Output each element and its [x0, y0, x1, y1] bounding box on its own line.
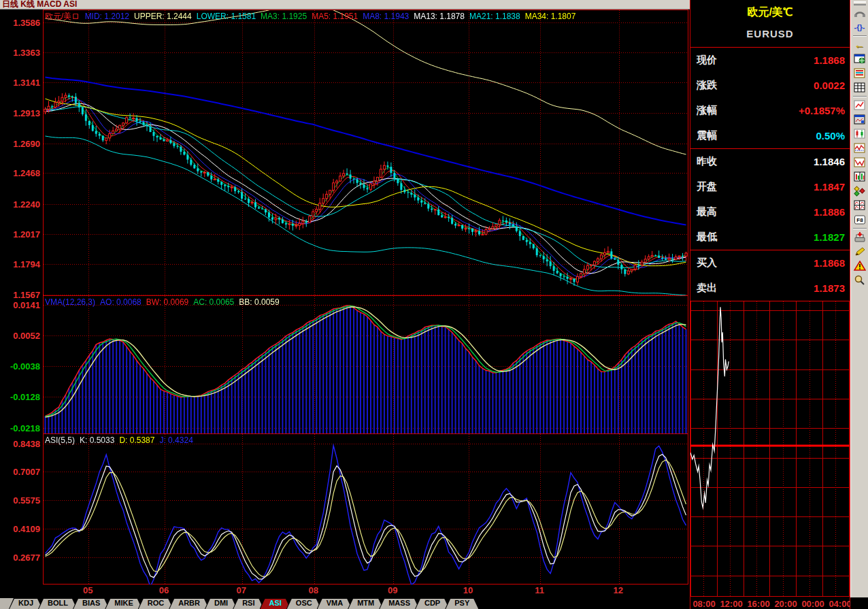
quote-row: 买入1.1868	[690, 250, 850, 276]
x-axis-month-label: 10	[458, 585, 478, 595]
quote-row: 开盘1.1847	[690, 174, 850, 199]
f8-key-icon[interactable]: F8	[852, 213, 868, 227]
warning-icon[interactable]	[852, 259, 868, 273]
quote-row-value: 1.1868	[814, 54, 845, 66]
quote-row-label: 买入	[697, 257, 717, 269]
legend-item: J: 0.4324	[159, 435, 193, 445]
legend-item: MA34: 1.1807	[525, 12, 576, 21]
tab-bias[interactable]: BIAS	[73, 598, 110, 609]
tick-time-label: 08:00	[689, 599, 719, 609]
legend-item: MA3: 1.1925	[261, 12, 307, 21]
y-tick-label: -0.0038	[1, 361, 40, 372]
y-tick-label: 0.0141	[1, 300, 40, 310]
candlestick-icon[interactable]	[852, 127, 868, 141]
tab-label: BOLL	[38, 598, 78, 608]
legend-item: K: 0.5033	[80, 435, 114, 445]
tab-arbr[interactable]: ARBR	[169, 598, 210, 609]
indicator-tab-bar: KDJBOLLBIASMIKEROCARBRDMIRSIASIOSCVMAMTM…	[0, 597, 690, 609]
column-table-icon[interactable]	[852, 170, 868, 184]
tick-time-label: 00:00	[798, 599, 828, 609]
panel-separator	[43, 433, 688, 434]
diamond-flow-icon[interactable]	[852, 184, 868, 198]
quote-row: 涨幅+0.1857%	[690, 98, 850, 123]
quote-row-label: 昨收	[697, 155, 717, 168]
tab-boll[interactable]: BOLL	[38, 598, 78, 609]
main-chart-legend: 欧元/美ロMID: 1.2012UPPER: 1.2444LOWER: 1.15…	[45, 11, 580, 22]
asi-legend: ASI(5,5)K: 0.5033D: 0.5387J: 0.4324	[45, 435, 198, 445]
grid-table-icon[interactable]	[852, 81, 868, 95]
quote-row-label: 现价	[697, 54, 717, 67]
y-tick-label: 1.2468	[1, 168, 40, 178]
legend-item: MA21: 1.1838	[469, 12, 520, 21]
x-axis-month-label: 08	[303, 585, 324, 595]
tick-time-label: 12:00	[716, 599, 746, 609]
main-candlestick-canvas[interactable]	[44, 10, 688, 295]
quote-row-label: 开盘	[697, 180, 717, 193]
magnifier-icon[interactable]	[852, 274, 868, 287]
multi-chart-grid-icon[interactable]	[852, 199, 868, 212]
trend-line-icon[interactable]	[852, 99, 868, 112]
tab-label: MASS	[379, 598, 420, 608]
toolbar-separator	[853, 96, 867, 97]
tab-label: PSY	[445, 598, 479, 608]
time-axis-months: 0506070809101112	[0, 585, 690, 597]
tab-label: MIKE	[105, 598, 143, 608]
quote-row-label: 涨跌	[697, 79, 717, 92]
legend-item: MA13: 1.1878	[414, 12, 465, 21]
quote-row: 卖出1.1873	[690, 276, 850, 301]
tab-label: BIAS	[73, 598, 110, 608]
tick-chart-time-axis: 08:0012:0016:0020:0000:0004:00	[690, 596, 850, 609]
chart-area: 1.35861.33631.31411.29131.26901.24681.22…	[0, 10, 690, 585]
tab-mass[interactable]: MASS	[379, 598, 420, 609]
quote-row: 震幅0.50%	[690, 123, 850, 148]
quote-row-value: 1.1886	[814, 206, 845, 218]
y-tick-label: 1.3141	[1, 78, 40, 88]
quote-row: 最低1.1827	[690, 225, 850, 250]
window-globe-icon[interactable]	[852, 52, 868, 66]
toolbar-grip[interactable]	[854, 1, 866, 5]
y-tick-label: 0.5575	[1, 495, 40, 506]
svg-text:F8: F8	[856, 217, 863, 223]
vma-legend: VMA(12,26,3)AO: 0.0068BW: 0.0069AC: 0.00…	[45, 297, 284, 307]
vma-indicator-canvas[interactable]	[44, 296, 688, 433]
quote-group: 买入1.1868卖出1.1873	[690, 250, 850, 301]
price-axis-gutter: 1.35861.33631.31411.29131.26901.24681.22…	[0, 10, 42, 585]
toolbar-separator	[853, 35, 867, 37]
quote-row-value: 1.1873	[814, 282, 845, 294]
quote-row-label: 最高	[697, 205, 717, 218]
legend-item: UPPER: 1.2444	[134, 12, 192, 21]
phone-icon[interactable]	[852, 6, 868, 20]
tab-mike[interactable]: MIKE	[105, 598, 143, 609]
legend-item: AC: 0.0065	[193, 297, 234, 307]
quote-group: 现价1.1868涨跌0.0022涨幅+0.1857%震幅0.50%	[690, 48, 850, 149]
x-axis-month-label: 06	[154, 585, 174, 595]
quote-row-value: +0.1857%	[799, 105, 845, 116]
chart-window-icon[interactable]	[852, 113, 868, 127]
area-chart-icon[interactable]	[852, 156, 868, 169]
tick-chart-canvas[interactable]	[690, 301, 850, 596]
quote-panel: 欧元/美℃ EURUSD 现价1.1868涨跌0.0022涨幅+0.1857%震…	[690, 0, 850, 609]
x-axis-month-label: 09	[382, 585, 403, 595]
legend-item: D: 0.5387	[119, 435, 154, 445]
quote-row-value: 1.1847	[814, 181, 845, 193]
print-export-icon[interactable]	[852, 231, 868, 244]
indicator-zigzag-icon[interactable]	[852, 142, 868, 155]
y-tick-label: 1.2240	[1, 199, 40, 210]
tab-psy[interactable]: PSY	[445, 598, 479, 609]
x-axis-month-label: 12	[608, 585, 629, 595]
pencil-icon[interactable]	[852, 245, 868, 259]
y-tick-label: 1.1794	[1, 259, 40, 269]
quote-row-label: 震幅	[697, 129, 717, 142]
legend-item: BB: 0.0059	[239, 297, 279, 307]
chart-column: 日线 K线 MACD ASI 1.35861.33631.31411.29131…	[0, 0, 690, 609]
legend-item: VMA(12,26,3)	[45, 297, 95, 307]
y-tick-label: -0.0218	[1, 423, 40, 433]
quote-row-value: 1.1868	[814, 257, 845, 269]
trading-app-window: 日线 K线 MACD ASI 1.35861.33631.31411.29131…	[0, 0, 868, 609]
brackets-icon[interactable]: -{}-	[852, 20, 868, 34]
back-arrow-icon[interactable]: ←	[852, 38, 868, 52]
quote-list-icon[interactable]	[852, 67, 868, 80]
y-tick-label: 0.2677	[1, 553, 40, 563]
legend-item: MA5: 1.1951	[312, 12, 358, 21]
asi-indicator-canvas[interactable]	[44, 434, 688, 585]
